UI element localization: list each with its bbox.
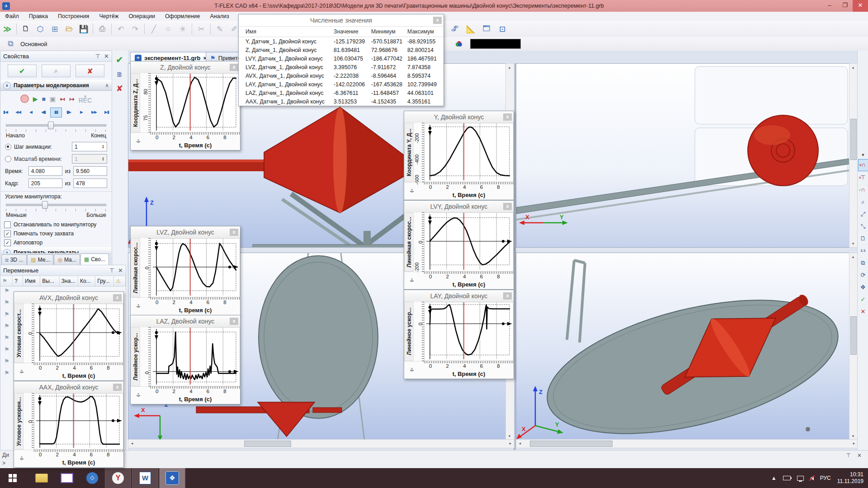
print-icon[interactable]: ⎙ [95, 23, 109, 35]
snap-on-icon[interactable]: ∩✓ [858, 184, 868, 196]
first-frame-button[interactable]: ▮◀ [0, 108, 11, 117]
menu-constructions[interactable]: Построения [53, 13, 94, 19]
values-close-icon[interactable]: x [433, 17, 442, 24]
plot-area[interactable] [151, 73, 240, 132]
pan-icon[interactable]: ↔↕ [408, 365, 416, 373]
fast-forward-button[interactable]: ▶▶ [88, 108, 100, 117]
menu-edit[interactable]: Правка [24, 13, 53, 19]
flag-icon[interactable]: ⚑ [4, 287, 9, 299]
table-row[interactable]: LVZ, Датчик_1, Двойной конус3.395076-7.9… [239, 63, 443, 71]
graph-close-icon[interactable]: x [113, 384, 122, 391]
autorepeat-checkbox[interactable]: ✓ [4, 239, 11, 246]
confirm-command-icon[interactable]: ✔ [111, 51, 128, 65]
table-row[interactable]: LVY, Датчик_1, Двойной конус106.030475-1… [239, 54, 443, 63]
restore-button[interactable]: ❐ [837, 0, 853, 12]
accept-view-icon[interactable]: ✓ [858, 294, 868, 305]
snap-off-icon[interactable]: ∩✕ [858, 159, 868, 171]
record-icon[interactable] [20, 94, 29, 103]
menu-drawing[interactable]: Чертёж [94, 13, 123, 19]
cancel-button[interactable]: ✘ [75, 65, 104, 77]
step-forward-button[interactable]: ▮▶ [63, 108, 75, 117]
pin-off-icon[interactable]: ⊤✕ [858, 172, 868, 183]
save-icon[interactable]: 💾 [77, 23, 90, 35]
plot-area[interactable] [151, 238, 240, 297]
table-row[interactable]: AVX, Датчик_1, Двойной конус-2.222038-8.… [239, 71, 443, 80]
rec-icon[interactable]: ✕REC [79, 95, 92, 103]
play-backward-button[interactable]: ◀ [25, 108, 37, 117]
plot-area[interactable] [424, 123, 514, 182]
zoom-window-icon[interactable]: ⌕ [858, 197, 868, 208]
variables-pin-icon[interactable]: ⊤ [109, 267, 114, 274]
taskbar-nanocad-icon[interactable]: ◇ [80, 468, 105, 488]
new-document-icon[interactable]: 🗋 [19, 23, 33, 35]
graph-window-avx[interactable]: AVX, Двойной конус x Угловая скорост... … [14, 291, 124, 381]
col-name[interactable]: Имя [23, 276, 40, 286]
graph-window-aax[interactable]: AAX, Двойной конус x Угловое ускорен... … [14, 381, 124, 468]
flag-icon[interactable]: ⚑ [4, 299, 9, 311]
flag-icon[interactable]: ⚑ [4, 334, 9, 346]
graph-close-icon[interactable]: x [113, 294, 122, 301]
tray-expand-icon[interactable]: ▲ [771, 475, 777, 481]
pin-icon[interactable]: ⊤ [95, 53, 100, 60]
timeline-slider[interactable] [6, 121, 106, 128]
node-tool-icon[interactable]: ✳ [176, 23, 189, 35]
redo-icon[interactable]: ↷ [128, 23, 142, 35]
graph-window-lvy[interactable]: LVY, Двойной конус x Линейная скорос... … [404, 200, 514, 290]
pan-view-icon[interactable]: ✥ [858, 282, 868, 293]
zoom-shrink-icon[interactable]: ⤡ [858, 221, 868, 232]
camera-icon[interactable]: ▣ [50, 95, 56, 103]
plot-area[interactable] [424, 302, 514, 361]
undo-icon[interactable]: ↶ [114, 23, 127, 35]
tab-properties[interactable]: ▦Сво... [80, 253, 109, 265]
zoom-extents-icon[interactable]: ⤢ [858, 209, 868, 220]
layer-select[interactable]: Основной [20, 41, 47, 47]
trim-tool-icon[interactable]: ✂ [194, 23, 208, 35]
battery-icon[interactable] [783, 476, 791, 480]
graph-window-lvz[interactable]: LVZ, Двойной конус x Линейная скорос... … [130, 226, 241, 315]
fast-backward-button[interactable]: ◀◀ [12, 108, 24, 117]
taskbar-word-icon[interactable]: W [132, 468, 158, 488]
flag-icon[interactable]: ⚑ [4, 346, 9, 358]
start-button[interactable] [0, 468, 25, 488]
viewport-perspective-view[interactable]: Z X Y [516, 253, 850, 440]
zoom-page-icon[interactable]: 🗋 [858, 233, 868, 244]
graph-close-icon[interactable]: x [503, 292, 512, 300]
network-icon[interactable] [797, 476, 804, 481]
plot-area[interactable] [34, 393, 123, 450]
circle-tool-icon[interactable]: ○ [161, 23, 175, 35]
taskbar-yandex-icon[interactable]: Y [105, 468, 131, 488]
col-header-min[interactable]: Минимум [371, 28, 407, 35]
to-end-icon[interactable]: ↦ [69, 95, 75, 103]
time-total-field[interactable]: 9.560 [73, 166, 107, 176]
menu-analysis[interactable]: Анализ [205, 13, 234, 19]
step-radio[interactable] [5, 144, 11, 150]
step-input[interactable]: 1 ▲▼ [72, 142, 107, 151]
color-swatch[interactable] [470, 39, 521, 49]
force-slider[interactable] [6, 201, 106, 208]
table-row[interactable]: Y, Датчик_1, Двойной конус-125.179239-57… [239, 37, 443, 46]
graph-close-icon[interactable]: x [230, 318, 238, 325]
timescale-input[interactable]: 1 ▲▼ [72, 154, 107, 164]
pan-icon[interactable]: ↔↕ [134, 136, 142, 145]
table-row[interactable]: LAZ, Датчик_1, Двойной конус-6.367611-11… [239, 89, 443, 97]
viewport-rail-view[interactable]: X Y [516, 63, 850, 248]
table-row[interactable]: LAY, Датчик_1, Двойной конус-142.022006-… [239, 80, 443, 89]
measure-icon[interactable]: 📐 [464, 23, 477, 35]
col-header-max[interactable]: Максимум [407, 28, 443, 35]
close-view-icon[interactable]: ✕ [858, 306, 868, 318]
col-header-value[interactable]: Значение [334, 28, 371, 35]
hscrollbar[interactable]: ◂▸ [516, 439, 858, 448]
table-row[interactable]: AAX, Датчик_1, Двойной конус3.513253-4.1… [239, 97, 443, 106]
flag-icon[interactable]: ⚑ [4, 311, 9, 323]
to-start-icon[interactable]: ↤ [60, 95, 65, 103]
new-3d-model-icon[interactable]: ⬡ [33, 23, 47, 35]
vscrollbar[interactable]: ▴▾ [849, 253, 858, 440]
numerical-values-window[interactable]: Численные значения x Имя Значение Миниму… [238, 14, 444, 106]
clock[interactable]: 10:3111.11.2019 [837, 471, 863, 485]
graph-close-icon[interactable]: x [230, 229, 238, 236]
preview-button[interactable]: ⌕ [42, 65, 71, 77]
volume-muted-icon[interactable] [810, 476, 814, 480]
col-flag[interactable]: ⚑ [0, 276, 13, 286]
zoom-sheets-icon[interactable]: ⧉ [858, 258, 868, 269]
close-panel-icon[interactable]: ✕ [104, 53, 109, 60]
